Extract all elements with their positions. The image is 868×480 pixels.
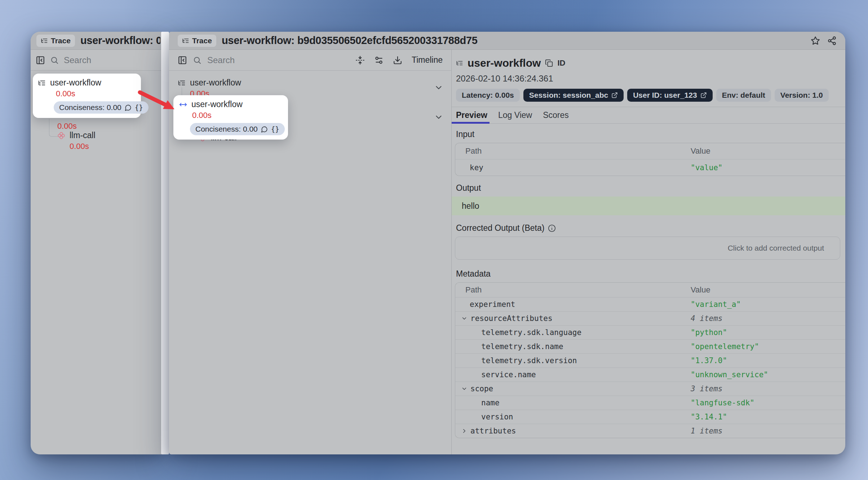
value-cell: 4 items <box>691 314 845 323</box>
value-cell: "3.14.1" <box>691 413 845 421</box>
panel-collapse-icon[interactable] <box>178 56 187 65</box>
corrected-output-heading: Corrected Output (Beta) <box>452 223 845 233</box>
value-cell: "variant_a" <box>691 300 845 309</box>
table-row: version "3.14.1" <box>455 410 845 424</box>
user-id-badge[interactable]: User ID: user_123 <box>627 89 712 102</box>
search-icon <box>50 56 59 65</box>
share-icon[interactable] <box>827 36 837 45</box>
info-icon[interactable] <box>548 224 556 232</box>
fold-vertical-icon[interactable] <box>355 56 365 65</box>
table-row: resourceAttributes 4 items <box>455 311 845 325</box>
list-tree-icon <box>456 60 463 67</box>
copy-id-icon[interactable] <box>545 59 553 67</box>
value-cell: "langfuse-sdk" <box>691 398 845 407</box>
score-braces: {} <box>271 125 279 133</box>
score-label: Conciseness: 0.00 <box>195 125 258 133</box>
path-cell: name <box>455 398 691 407</box>
trace-type-label: Trace <box>192 36 212 45</box>
search-input[interactable] <box>64 55 159 65</box>
version-badge: Version: 1.0 <box>775 89 829 102</box>
env-badge: Env: default <box>716 89 771 102</box>
column-header-value: Value <box>691 146 845 156</box>
table-row: service.name "unknown_service" <box>455 367 845 382</box>
path-cell: telemetry.sdk.language <box>455 328 691 337</box>
chevron-down-icon[interactable] <box>461 386 468 392</box>
chevron-down-icon[interactable] <box>461 315 468 322</box>
path-cell: telemetry.sdk.name <box>455 342 691 351</box>
tree-node-span-highlighted[interactable]: user-workflow 0.00s Conciseness: 0.00 {} <box>173 95 288 140</box>
table-row: telemetry.sdk.name "opentelemetry" <box>455 339 845 353</box>
tab-preview[interactable]: Preview <box>456 107 487 123</box>
panel-collapse-icon[interactable] <box>36 56 45 65</box>
annotation-arrow <box>137 89 179 113</box>
chevron-down-icon[interactable] <box>434 113 443 122</box>
search-icon <box>193 56 201 65</box>
tree-node-llm-call[interactable]: llm-call 0.00s <box>57 131 96 151</box>
node-duration: 0.00s <box>192 111 282 120</box>
session-badge[interactable]: Session: session_abc <box>523 89 624 102</box>
latency-badge: Latency: 0.00s <box>456 89 520 102</box>
external-link-icon <box>611 92 618 98</box>
value-cell: 3 items <box>691 384 845 393</box>
node-name: user-workflow <box>191 100 243 109</box>
path-text: resourceAttributes <box>470 314 553 323</box>
external-link-icon <box>700 92 707 98</box>
move-horizontal-icon <box>179 101 187 109</box>
node-duration: 0.00s <box>57 122 108 131</box>
value-cell: "value" <box>691 163 845 172</box>
output-value-row: hello <box>452 197 845 215</box>
node-duration: 0.00s <box>56 89 136 98</box>
column-header-value: Value <box>691 285 845 295</box>
add-corrected-output-area[interactable]: Click to add corrected output <box>455 237 840 260</box>
detail-tabs: Preview Log View Scores <box>452 107 845 124</box>
download-icon[interactable] <box>393 56 402 65</box>
table-row: experiment "variant_a" <box>455 297 845 311</box>
search-input[interactable] <box>207 55 350 65</box>
path-cell: version <box>455 413 691 421</box>
window-header: Trace user-workflow: b9d035506502efcfd56… <box>169 32 845 50</box>
input-table: Path Value key "value" <box>455 143 845 176</box>
generation-clover-icon <box>57 132 65 140</box>
score-badge[interactable]: Conciseness: 0.00 {} <box>54 101 149 114</box>
value-cell: 1 items <box>691 427 845 435</box>
window-header: Trace user-workflow: 0bde <box>31 32 164 50</box>
settings-sliders-icon[interactable] <box>374 56 384 65</box>
tree-node-root-highlighted[interactable]: user-workflow 0.00s Conciseness: 0.00 {} <box>33 74 141 118</box>
timeline-toggle[interactable]: Timeline <box>412 55 443 65</box>
chevron-down-icon[interactable] <box>434 83 443 92</box>
user-id-badge-label: User ID: user_123 <box>633 91 697 100</box>
table-row: key "value" <box>455 159 845 176</box>
table-row: telemetry.sdk.version "1.37.0" <box>455 353 845 367</box>
value-cell: "python" <box>691 328 845 337</box>
node-name: llm-call <box>70 131 96 140</box>
comment-bubble-icon <box>261 126 268 133</box>
node-duration: 0.00s <box>70 142 96 151</box>
star-favorite-icon[interactable] <box>811 36 820 45</box>
table-row: scope 3 items <box>455 382 845 396</box>
path-cell[interactable]: resourceAttributes <box>455 314 691 323</box>
trace-detail-window: Trace user-workflow: b9d035506502efcfd56… <box>169 32 845 454</box>
table-row: attributes 1 items <box>455 424 845 438</box>
value-cell: "unknown_service" <box>691 370 845 379</box>
tree-toolbar <box>31 50 164 71</box>
trace-type-label: Trace <box>51 36 71 45</box>
node-name: user-workflow <box>190 78 241 88</box>
trace-badges: Latency: 0.00s Session: session_abc User… <box>452 89 845 102</box>
node-name: user-workflow <box>50 78 101 88</box>
tab-log-view[interactable]: Log View <box>498 107 532 123</box>
score-badge[interactable]: Conciseness: 0.00 {} <box>190 123 285 135</box>
output-value: hello <box>462 201 479 211</box>
observation-title: user-workflow <box>468 57 541 69</box>
path-cell[interactable]: scope <box>455 384 691 393</box>
output-section-heading: Output <box>452 183 845 193</box>
score-label: Conciseness: 0.00 <box>59 103 121 112</box>
tab-scores[interactable]: Scores <box>543 107 569 123</box>
path-cell[interactable]: attributes <box>455 427 691 435</box>
path-cell: service.name <box>455 370 691 379</box>
path-text: scope <box>470 384 493 393</box>
chevron-right-icon[interactable] <box>461 428 468 434</box>
list-tree-icon <box>178 79 186 87</box>
trace-type-badge: Trace <box>178 35 216 47</box>
tree-toolbar: Timeline <box>169 50 451 71</box>
observation-detail-panel: user-workflow ID 2026-02-10 14:36:24.361… <box>452 50 845 454</box>
